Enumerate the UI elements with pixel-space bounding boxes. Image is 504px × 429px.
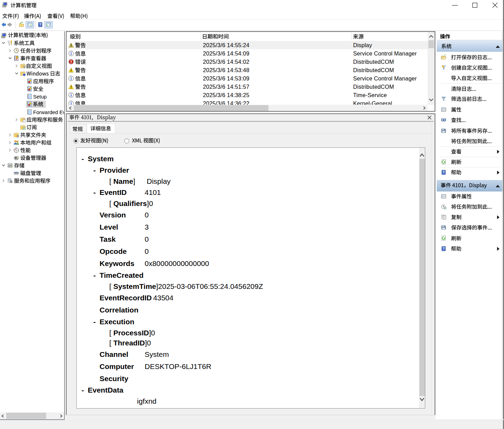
svg-text:?: ? [39, 23, 41, 27]
svg-text:?: ? [443, 170, 445, 174]
svg-text:?: ? [443, 247, 445, 251]
